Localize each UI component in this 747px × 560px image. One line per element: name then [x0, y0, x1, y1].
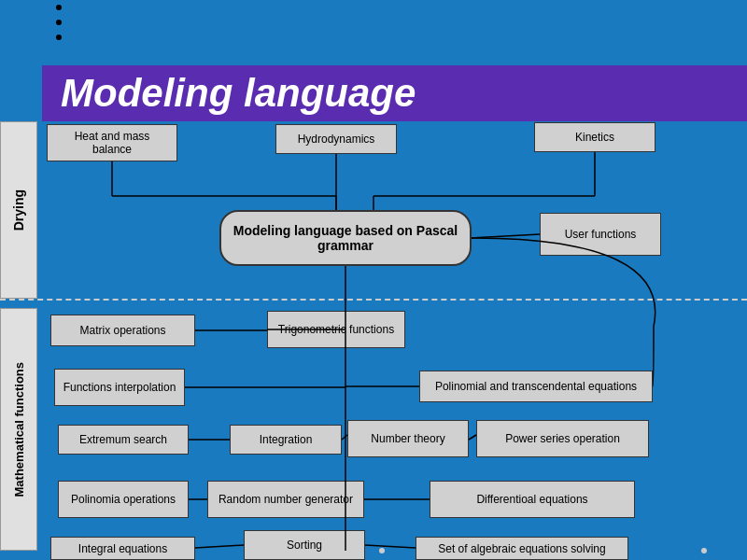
random-number-box: Random number generator: [207, 481, 364, 518]
matrix-operations-box: Matrix operations: [50, 315, 195, 346]
bullet-2: [56, 20, 62, 25]
bullet-1: [56, 5, 62, 10]
svg-line-19: [195, 545, 244, 548]
svg-point-21: [379, 548, 385, 553]
modeling-language-box: Modeling language based on Pascal gramma…: [219, 210, 472, 266]
hydrodynamics-box: Hydrodynamics: [275, 124, 397, 154]
bullet-list: [56, 5, 62, 40]
math-text: Mathematical functions: [12, 362, 26, 497]
polinomia-box: Polinomia operations: [58, 481, 189, 518]
bullet-3: [56, 35, 62, 40]
drying-text: Drying: [11, 189, 26, 231]
svg-line-16: [469, 435, 476, 440]
power-series-box: Power series operation: [476, 420, 649, 457]
trig-functions-box: Trigonometric functions: [267, 311, 405, 348]
integral-equations-box: Integral equations: [50, 537, 195, 560]
title-bar: Modeling language: [42, 65, 747, 121]
number-theory-box: Number theory: [347, 420, 469, 457]
sorting-box: Sorting: [244, 530, 365, 560]
svg-point-22: [701, 548, 707, 553]
extremum-search-box: Extremum search: [58, 425, 189, 455]
heat-mass-box: Heat and mass balance: [47, 124, 177, 161]
kinetics-box: Kinetics: [534, 122, 655, 152]
differential-box: Differentioal equations: [430, 481, 635, 518]
poly-transcendental-box: Polinomial and transcendental equations: [419, 371, 653, 402]
page-title: Modeling language: [61, 71, 416, 116]
svg-line-20: [365, 545, 416, 548]
math-section-label: Mathematical functions: [0, 308, 37, 551]
functions-interp-box: Functions interpolation: [54, 369, 185, 406]
integration-box: Integration: [230, 425, 342, 455]
set-algebraic-box: Set of algebraic equations solving: [416, 537, 628, 560]
section-divider: [0, 299, 747, 301]
user-functions-box: User functions: [540, 213, 661, 256]
svg-line-7: [472, 234, 540, 238]
drying-section-label: Drying: [0, 121, 37, 299]
